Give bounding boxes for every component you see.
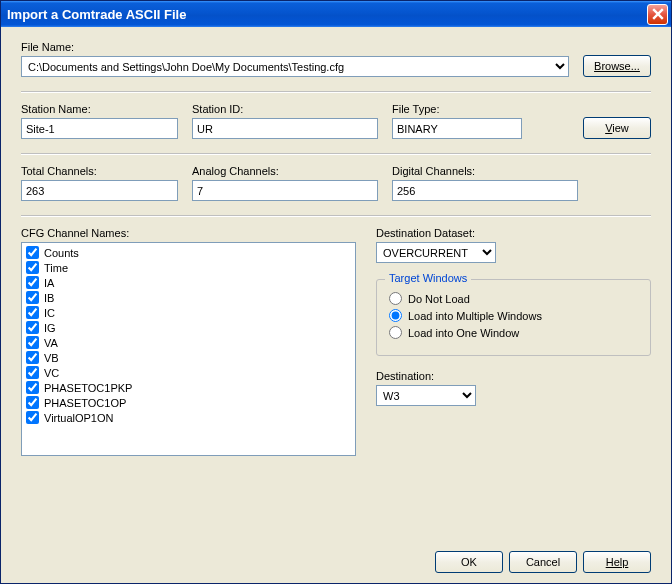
- station-name-input[interactable]: [21, 118, 178, 139]
- filename-label: File Name:: [21, 41, 569, 53]
- file-type-label: File Type:: [392, 103, 522, 115]
- analog-channels-label: Analog Channels:: [192, 165, 378, 177]
- list-item-label: VB: [44, 352, 59, 364]
- radio-row[interactable]: Load into Multiple Windows: [389, 309, 638, 322]
- file-type-input[interactable]: [392, 118, 522, 139]
- list-item[interactable]: VirtualOP1ON: [24, 410, 353, 425]
- divider: [21, 215, 651, 217]
- list-item-checkbox[interactable]: [26, 306, 39, 319]
- titlebar: Import a Comtrade ASCII File: [1, 1, 671, 27]
- list-item-checkbox[interactable]: [26, 366, 39, 379]
- list-item-label: VA: [44, 337, 58, 349]
- list-item[interactable]: PHASETOC1OP: [24, 395, 353, 410]
- analog-channels-input[interactable]: [192, 180, 378, 201]
- footer: OK Cancel Help: [21, 539, 651, 573]
- list-item-checkbox[interactable]: [26, 411, 39, 424]
- list-item-checkbox[interactable]: [26, 396, 39, 409]
- list-item-label: PHASETOC1OP: [44, 397, 126, 409]
- destination-label: Destination:: [376, 370, 651, 382]
- radio-input[interactable]: [389, 292, 402, 305]
- browse-button[interactable]: Browse...: [583, 55, 651, 77]
- content-area: File Name: C:\Documents and Settings\Joh…: [1, 27, 671, 583]
- list-item-checkbox[interactable]: [26, 321, 39, 334]
- cfg-listbox[interactable]: CountsTimeIAIBICIGVAVBVCPHASETOC1PKPPHAS…: [21, 242, 356, 456]
- list-item-checkbox[interactable]: [26, 276, 39, 289]
- list-item-checkbox[interactable]: [26, 381, 39, 394]
- cfg-label: CFG Channel Names:: [21, 227, 356, 239]
- list-item[interactable]: VA: [24, 335, 353, 350]
- list-item[interactable]: VB: [24, 350, 353, 365]
- radio-row[interactable]: Do Not Load: [389, 292, 638, 305]
- radio-row[interactable]: Load into One Window: [389, 326, 638, 339]
- list-item-checkbox[interactable]: [26, 351, 39, 364]
- list-item-checkbox[interactable]: [26, 291, 39, 304]
- dialog-window: Import a Comtrade ASCII File File Name: …: [0, 0, 672, 584]
- close-icon: [652, 8, 664, 20]
- list-item-label: VC: [44, 367, 59, 379]
- list-item-label: IC: [44, 307, 55, 319]
- list-item[interactable]: VC: [24, 365, 353, 380]
- list-item[interactable]: IG: [24, 320, 353, 335]
- digital-channels-label: Digital Channels:: [392, 165, 578, 177]
- dialog-title: Import a Comtrade ASCII File: [7, 7, 647, 22]
- list-item-label: PHASETOC1PKP: [44, 382, 132, 394]
- radio-input[interactable]: [389, 309, 402, 322]
- dataset-select[interactable]: OVERCURRENT: [376, 242, 496, 263]
- view-button[interactable]: View: [583, 117, 651, 139]
- radio-label: Do Not Load: [408, 293, 470, 305]
- list-item[interactable]: Time: [24, 260, 353, 275]
- list-item-label: Counts: [44, 247, 79, 259]
- list-item-label: IA: [44, 277, 54, 289]
- list-item[interactable]: IB: [24, 290, 353, 305]
- list-item-label: IG: [44, 322, 56, 334]
- list-item-checkbox[interactable]: [26, 261, 39, 274]
- filename-input[interactable]: C:\Documents and Settings\John Doe\My Do…: [21, 56, 569, 77]
- list-item-label: VirtualOP1ON: [44, 412, 114, 424]
- radio-label: Load into Multiple Windows: [408, 310, 542, 322]
- station-id-label: Station ID:: [192, 103, 378, 115]
- total-channels-input[interactable]: [21, 180, 178, 201]
- destination-select[interactable]: W3: [376, 385, 476, 406]
- dataset-label: Destination Dataset:: [376, 227, 651, 239]
- list-item[interactable]: Counts: [24, 245, 353, 260]
- list-item-label: Time: [44, 262, 68, 274]
- close-button[interactable]: [647, 4, 668, 25]
- help-button[interactable]: Help: [583, 551, 651, 573]
- list-item-checkbox[interactable]: [26, 336, 39, 349]
- list-item-label: IB: [44, 292, 54, 304]
- divider: [21, 91, 651, 93]
- target-windows-group: Target Windows Do Not LoadLoad into Mult…: [376, 279, 651, 356]
- radio-input[interactable]: [389, 326, 402, 339]
- station-id-input[interactable]: [192, 118, 378, 139]
- station-name-label: Station Name:: [21, 103, 178, 115]
- list-item-checkbox[interactable]: [26, 246, 39, 259]
- digital-channels-input[interactable]: [392, 180, 578, 201]
- list-item[interactable]: IC: [24, 305, 353, 320]
- radio-label: Load into One Window: [408, 327, 519, 339]
- list-item[interactable]: IA: [24, 275, 353, 290]
- cancel-button[interactable]: Cancel: [509, 551, 577, 573]
- target-windows-title: Target Windows: [385, 272, 471, 284]
- ok-button[interactable]: OK: [435, 551, 503, 573]
- divider: [21, 153, 651, 155]
- list-item[interactable]: PHASETOC1PKP: [24, 380, 353, 395]
- total-channels-label: Total Channels:: [21, 165, 178, 177]
